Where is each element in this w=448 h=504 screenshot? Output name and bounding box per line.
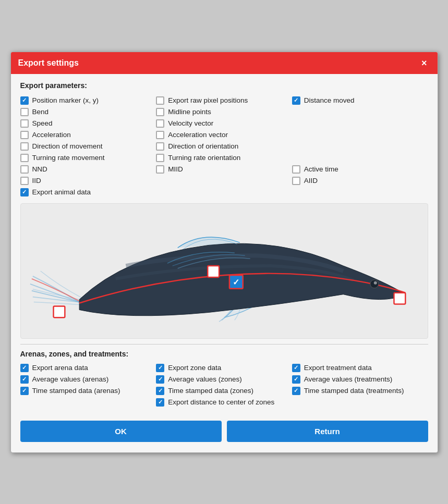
cb-velocity-vector-box[interactable] [156, 119, 164, 128]
dialog-title: Export settings [18, 58, 79, 68]
cb-miid-label: MIID [168, 165, 183, 173]
cb-miid-box[interactable] [156, 165, 164, 174]
cb-direction-movement[interactable]: Direction of movement [20, 141, 156, 152]
cb-miid[interactable]: MIID [156, 164, 292, 175]
cb-turning-rate-movement-label: Turning rate movement [32, 154, 105, 162]
checkbox-col3: Distance moved Active time AIID [292, 95, 428, 198]
cb-iid[interactable]: IID [20, 175, 156, 187]
cb-speed-label: Speed [32, 119, 53, 127]
cb-midline-points-box[interactable] [156, 108, 164, 116]
cb-export-raw-pixel-label: Export raw pixel positions [168, 96, 248, 104]
cb-direction-orientation-box[interactable] [156, 142, 164, 151]
cb-direction-movement-box[interactable] [20, 142, 29, 151]
cb-turning-rate-orientation[interactable]: Turning rate orientation [156, 152, 292, 164]
cb-time-treatments-box[interactable] [292, 387, 300, 395]
arenas-col1: Export arena data Average values (arenas… [20, 362, 156, 408]
export-params-title: Export parameters: [20, 81, 428, 90]
return-button[interactable]: Return [227, 421, 428, 442]
checkbox-col1: Position marker (x, y) Bend Speed Accele… [20, 95, 156, 198]
arenas-col2: Export zone data Average values (zones) … [156, 362, 292, 408]
cb-export-distance-center-box[interactable] [156, 398, 164, 407]
ok-button[interactable]: OK [20, 421, 222, 442]
cb-export-animal-data-box[interactable] [20, 188, 29, 196]
cb-time-arenas-label: Time stamped data (arenas) [32, 387, 120, 395]
cb-export-raw-pixel[interactable]: Export raw pixel positions [156, 95, 292, 106]
spacer2 [292, 118, 428, 129]
cb-turning-rate-movement[interactable]: Turning rate movement [20, 152, 156, 164]
cb-avg-zones-label: Average values (zones) [168, 375, 242, 383]
cb-speed-box[interactable] [20, 119, 29, 128]
cb-distance-moved-label: Distance moved [304, 96, 355, 104]
divider [20, 344, 428, 345]
cb-avg-treatments[interactable]: Average values (treatments) [292, 374, 428, 385]
export-settings-dialog: Export settings × Export parameters: Pos… [10, 52, 438, 453]
cb-aiid-label: AIID [304, 177, 318, 185]
cb-aiid[interactable]: AIID [292, 175, 428, 187]
cb-export-raw-pixel-box[interactable] [156, 96, 164, 105]
cb-avg-arenas-label: Average values (arenas) [32, 375, 109, 383]
cb-velocity-vector[interactable]: Velocity vector [156, 118, 292, 129]
cb-midline-points[interactable]: Midline points [156, 106, 292, 118]
svg-text:✓: ✓ [233, 277, 239, 286]
cb-export-arena-data[interactable]: Export arena data [20, 362, 156, 374]
cb-time-zones[interactable]: Time stamped data (zones) [156, 385, 292, 397]
svg-point-2 [373, 281, 377, 284]
cb-nnd-label: NND [32, 165, 47, 173]
cb-direction-orientation-label: Direction of orientation [168, 142, 238, 150]
cb-distance-moved-box[interactable] [292, 96, 300, 105]
cb-avg-treatments-label: Average values (treatments) [304, 375, 392, 383]
cb-aiid-box[interactable] [292, 177, 300, 185]
cb-avg-arenas[interactable]: Average values (arenas) [20, 374, 156, 385]
cb-export-zone-data[interactable]: Export zone data [156, 362, 292, 374]
cb-position-marker-box[interactable] [20, 96, 29, 105]
spacer3 [292, 129, 428, 141]
cb-avg-arenas-box[interactable] [20, 375, 29, 384]
cb-export-zone-data-box[interactable] [156, 364, 164, 372]
cb-midline-points-label: Midline points [168, 108, 211, 116]
svg-rect-4 [208, 266, 219, 277]
cb-active-time[interactable]: Active time [292, 164, 428, 175]
cb-avg-treatments-box[interactable] [292, 375, 300, 384]
cb-time-zones-box[interactable] [156, 387, 164, 395]
cb-position-marker[interactable]: Position marker (x, y) [20, 95, 156, 106]
spacer1 [292, 106, 428, 118]
cb-distance-moved[interactable]: Distance moved [292, 95, 428, 106]
cb-time-arenas-box[interactable] [20, 387, 29, 395]
cb-bend-box[interactable] [20, 108, 29, 116]
cb-turning-rate-orientation-box[interactable] [156, 154, 164, 162]
cb-avg-zones[interactable]: Average values (zones) [156, 374, 292, 385]
svg-rect-7 [394, 292, 405, 304]
cb-iid-box[interactable] [20, 177, 29, 185]
cb-nnd[interactable]: NND [20, 164, 156, 175]
cb-acceleration-box[interactable] [20, 131, 29, 139]
cb-time-treatments[interactable]: Time stamped data (treatments) [292, 385, 428, 397]
cb-export-distance-center[interactable]: Export distance to center of zones [156, 397, 292, 408]
cb-position-marker-label: Position marker (x, y) [32, 96, 99, 104]
cb-iid-label: IID [32, 177, 41, 185]
cb-direction-orientation[interactable]: Direction of orientation [156, 141, 292, 152]
cb-time-arenas[interactable]: Time stamped data (arenas) [20, 385, 156, 397]
cb-avg-zones-box[interactable] [156, 375, 164, 384]
cb-nnd-box[interactable] [20, 165, 29, 174]
cb-acceleration-vector-label: Acceleration vector [168, 131, 228, 139]
cb-export-animal-data[interactable]: Export animal data [20, 187, 156, 198]
cb-export-treatment-data[interactable]: Export treatment data [292, 362, 428, 374]
cb-acceleration-vector[interactable]: Acceleration vector [156, 129, 292, 141]
cb-bend[interactable]: Bend [20, 106, 156, 118]
fish-svg: ✓ [21, 204, 428, 338]
bottom-buttons: OK Return [20, 415, 428, 445]
cb-active-time-box[interactable] [292, 165, 300, 174]
checkbox-grid-main: Position marker (x, y) Bend Speed Accele… [20, 95, 428, 198]
cb-export-treatment-data-box[interactable] [292, 364, 300, 372]
cb-turning-rate-movement-box[interactable] [20, 154, 29, 162]
title-bar: Export settings × [11, 52, 438, 74]
cb-acceleration-vector-box[interactable] [156, 131, 164, 139]
checkbox-col2: Export raw pixel positions Midline point… [156, 95, 292, 198]
cb-export-arena-data-box[interactable] [20, 364, 29, 372]
cb-acceleration[interactable]: Acceleration [20, 129, 156, 141]
close-button[interactable]: × [418, 57, 430, 69]
spacer4 [292, 141, 428, 152]
cb-speed[interactable]: Speed [20, 118, 156, 129]
arenas-col3: Export treatment data Average values (tr… [292, 362, 428, 408]
cb-active-time-label: Active time [304, 165, 338, 173]
